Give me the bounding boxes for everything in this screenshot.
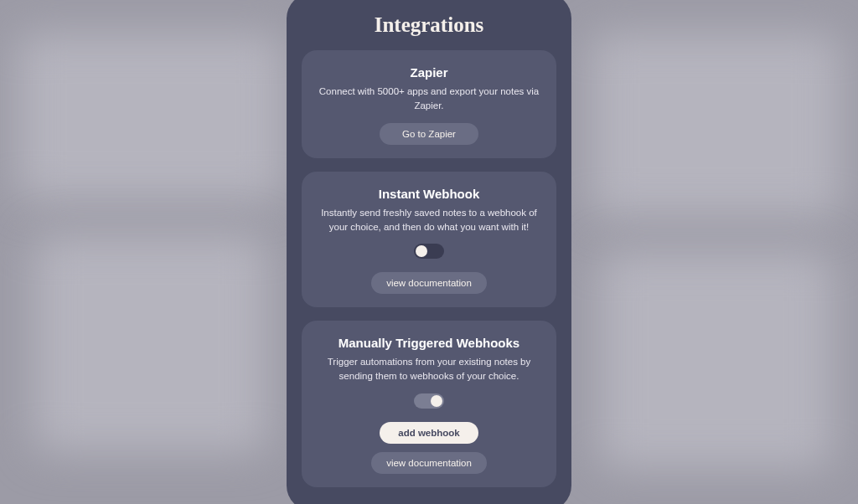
manual-webhooks-toggle[interactable] (414, 393, 444, 409)
manual-webhooks-title: Manually Triggered Webhooks (313, 336, 545, 350)
card-zapier: Zapier Connect with 5000+ apps and expor… (302, 50, 556, 157)
zapier-description: Connect with 5000+ apps and export your … (313, 85, 545, 112)
toggle-knob-icon (431, 395, 442, 407)
zapier-title: Zapier (313, 65, 545, 80)
go-to-zapier-button[interactable]: Go to Zapier (380, 123, 478, 145)
add-webhook-button[interactable]: add webhook (380, 422, 478, 444)
card-instant-webhook: Instant Webhook Instantly send freshly s… (302, 172, 556, 307)
instant-webhook-docs-button[interactable]: view documentation (371, 272, 487, 294)
manual-webhooks-docs-button[interactable]: view documentation (371, 452, 487, 474)
toggle-knob-icon (416, 245, 427, 257)
integrations-panel: Integrations Zapier Connect with 5000+ a… (287, 0, 571, 504)
page-title: Integrations (302, 13, 556, 37)
manual-webhooks-description: Trigger automations from your existing n… (313, 355, 545, 383)
instant-webhook-toggle[interactable] (414, 244, 444, 259)
instant-webhook-description: Instantly send freshly saved notes to a … (313, 206, 545, 234)
instant-webhook-title: Instant Webhook (313, 187, 545, 201)
card-manual-webhooks: Manually Triggered Webhooks Trigger auto… (302, 321, 556, 486)
